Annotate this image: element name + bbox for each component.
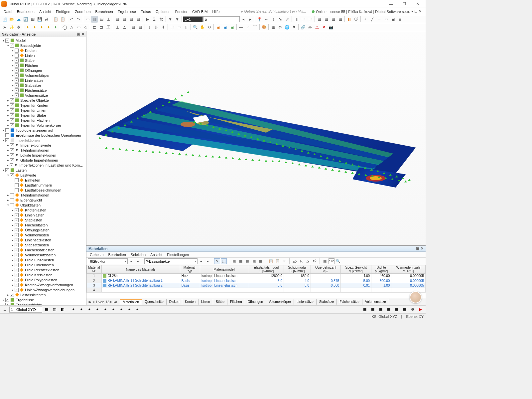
tree-item[interactable]: ▸✓🔶Volumenlasten: [0, 232, 86, 237]
tool-paste-icon[interactable]: 📋: [275, 258, 281, 264]
ortho-icon[interactable]: ⊥: [114, 24, 121, 31]
tab-dicken[interactable]: Dicken: [166, 299, 183, 305]
page-first-icon[interactable]: ⏮: [88, 300, 91, 304]
print-icon[interactable]: 🖨: [43, 16, 50, 23]
tree-item[interactable]: ▸✓🟩Ergebnisse: [0, 297, 86, 302]
geom1-icon[interactable]: ◯: [61, 24, 68, 31]
sb-snap5-icon[interactable]: ✦: [101, 306, 109, 313]
angle-icon[interactable]: ∠: [121, 24, 128, 31]
tree-item[interactable]: ▸✓⚙Imperfektionen in Lastfällen und Komb…: [0, 163, 86, 168]
tree-item[interactable]: ▾✓🟩Basisobjekte: [0, 43, 86, 48]
color-icon[interactable]: 🎨: [261, 24, 267, 31]
view1-icon[interactable]: ▭: [84, 16, 91, 23]
nav-prev-icon[interactable]: ◂: [128, 258, 134, 264]
flag-icon[interactable]: ⚑: [291, 24, 297, 31]
tree-item[interactable]: ▸✓🟩Stabsätze: [0, 83, 86, 88]
tool-2-icon[interactable]: ▦: [238, 258, 244, 264]
tree-item[interactable]: ▸✓🟩Typen für Flächen: [0, 118, 86, 123]
tree-item[interactable]: ▾✓⬜Imperfektionen: [0, 138, 86, 143]
tab-volumenkörper[interactable]: Volumenkörper: [266, 299, 294, 305]
tool-fx2-icon[interactable]: fx: [305, 258, 311, 264]
surface-icon[interactable]: ▱: [383, 16, 389, 23]
geom3-icon[interactable]: ▭: [75, 24, 82, 31]
tab-querschnitte[interactable]: Querschnitte: [142, 299, 167, 305]
nav2-next-icon[interactable]: ▸: [205, 258, 211, 264]
delete-icon[interactable]: ✕: [321, 24, 327, 31]
tree-item[interactable]: ▸✓🔶Öffnungslasten: [0, 227, 86, 232]
sb-3-icon[interactable]: ◧: [59, 306, 66, 313]
sb-snap9-icon[interactable]: ✦: [133, 306, 141, 313]
tool-grid-icon[interactable]: ▦: [322, 258, 328, 264]
set-icon[interactable]: ⊞: [397, 16, 403, 23]
tool-1-icon[interactable]: ▦: [231, 258, 237, 264]
tree-item[interactable]: ▸✓🔶Linien-Zwangsverschiebungen: [0, 287, 86, 292]
tab-linien[interactable]: Linien: [198, 299, 213, 305]
tree-item[interactable]: ▸✓🟩Typen für Knoten: [0, 103, 86, 108]
view3-icon[interactable]: ▤: [98, 16, 105, 23]
calc-icon[interactable]: ▶: [144, 16, 151, 23]
menu-extras[interactable]: Extras: [138, 9, 153, 14]
snap2-icon[interactable]: ✦: [31, 24, 38, 31]
menu-datei[interactable]: Datei: [1, 9, 15, 14]
page-prev-icon[interactable]: ◂: [92, 300, 94, 304]
tree-item[interactable]: ▸✓🔶Freie Kreislasten: [0, 272, 86, 277]
view-front-icon[interactable]: ▯: [183, 24, 190, 31]
sec2-icon[interactable]: ⊐: [98, 24, 105, 31]
tab-materialien[interactable]: Materialien: [120, 299, 142, 305]
sec1-icon[interactable]: ⊏: [91, 24, 98, 31]
open-icon[interactable]: 📂: [8, 16, 15, 23]
sb-snap1-icon[interactable]: ✦: [69, 306, 77, 313]
page-last-icon[interactable]: ⏭: [113, 300, 117, 304]
tree-item[interactable]: ▸✓🟩Flächen: [0, 63, 86, 68]
license-info[interactable]: Online License 55 | Eliška Kafková | Dlu…: [309, 9, 424, 14]
sb-r3-icon[interactable]: ▦: [377, 306, 384, 313]
lc-next-icon[interactable]: ▸: [247, 16, 254, 23]
tree-item[interactable]: ▸✓🔶Freie Polygonlasten: [0, 277, 86, 282]
navigator-tree[interactable]: ▾✓🟩Modell▾✓🟩Basisobjekte▸🔶Knoten▸🔶Linien…: [0, 37, 86, 306]
filter2-icon[interactable]: ▼: [174, 16, 181, 23]
mat-menu-ansicht[interactable]: Ansicht: [148, 252, 164, 257]
node-icon[interactable]: •: [362, 16, 368, 23]
mesh2-icon[interactable]: ▦: [137, 24, 144, 31]
tree-item[interactable]: ▸✓🟩Volumenkörper: [0, 73, 86, 78]
maximize-button[interactable]: ☐: [398, 0, 411, 8]
menu-bearbeiten[interactable]: Bearbeiten: [15, 9, 37, 14]
template-icon[interactable]: ▦: [29, 16, 36, 23]
coord-system-combo[interactable]: 1 - Global XYZ ▾: [9, 307, 42, 313]
line-tool1-icon[interactable]: —: [238, 24, 244, 31]
panel-pin-icon[interactable]: ▣: [416, 246, 419, 251]
tree-item[interactable]: 🔶Lastfallnummern: [0, 183, 86, 188]
menu-berechnen[interactable]: Berechnen: [93, 9, 115, 14]
tree-item[interactable]: ▾✓🔶Lastwerte: [0, 173, 86, 178]
cloud-icon[interactable]: ☁: [15, 16, 22, 23]
tree-item[interactable]: ▸🔶Titelinformationen: [0, 193, 86, 198]
sb-snap2-icon[interactable]: ✦: [77, 306, 85, 313]
tool-b-icon[interactable]: ⬚: [300, 16, 307, 23]
tree-item[interactable]: ▸✓🔶Linienlasten: [0, 212, 86, 217]
menu-ergebnisse[interactable]: Ergebnisse: [115, 9, 138, 14]
sb-snap8-icon[interactable]: ✦: [125, 306, 133, 313]
tree-item[interactable]: ▸✓🔶Stabsatzlasten: [0, 242, 86, 247]
filter-icon[interactable]: ▼: [167, 16, 174, 23]
axis-icon[interactable]: ⊥: [105, 16, 112, 23]
materials-grid[interactable]: MaterialNr.Name des MaterialsMaterial-ty…: [86, 265, 426, 298]
tree-item[interactable]: ▸🔶Knoten: [0, 48, 86, 53]
sb-r4-icon[interactable]: ▦: [385, 306, 392, 313]
tool-ab-icon[interactable]: ab: [292, 258, 298, 264]
solid-icon[interactable]: ▣: [390, 16, 396, 23]
load2-icon[interactable]: ⇊: [153, 24, 160, 31]
zoom-icon[interactable]: 🔍: [192, 24, 199, 31]
line-tool2-icon[interactable]: ⟋: [245, 24, 251, 31]
copy-icon[interactable]: 📋: [52, 16, 59, 23]
mat-menu-gehe zu[interactable]: Gehe zu: [88, 252, 106, 257]
sb-snap4-icon[interactable]: ✦: [93, 306, 101, 313]
cube3-icon[interactable]: ▣: [229, 24, 235, 31]
sb-r1-icon[interactable]: ▦: [361, 306, 368, 313]
tab-liniensätze[interactable]: Liniensätze: [294, 299, 317, 305]
tree-item[interactable]: ▸✓⚙Imperfektionswerte: [0, 143, 86, 148]
grid3-icon[interactable]: ▦: [128, 16, 135, 23]
render2-icon[interactable]: ▦: [323, 16, 330, 23]
tab-flächen[interactable]: Flächen: [227, 299, 245, 305]
tree-item[interactable]: ▸✓🔶Flächenlasten: [0, 222, 86, 227]
menu-ansicht[interactable]: Ansicht: [37, 9, 54, 14]
